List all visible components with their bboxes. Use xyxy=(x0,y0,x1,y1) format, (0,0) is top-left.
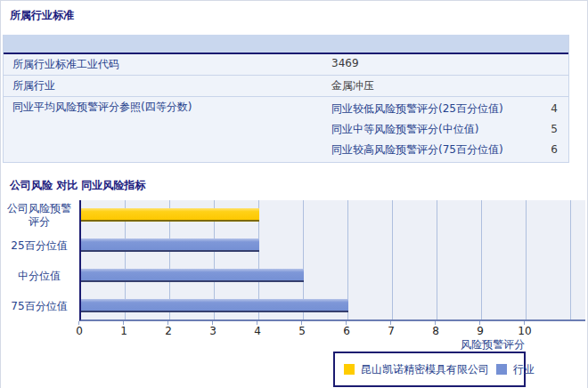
peer-median-line: 同业中等风险预警评分(中位值) 5 xyxy=(331,119,568,140)
tick-mark xyxy=(524,321,525,325)
peer-high-line: 同业较高风险预警评分(75百分位值) 6 xyxy=(331,140,568,160)
x-tick-label: 9 xyxy=(462,325,498,337)
x-tick-label: 3 xyxy=(195,325,231,337)
x-tick-label: 1 xyxy=(106,325,142,337)
peer-reference-label: 同业平均风险预警评分参照(四等分数) xyxy=(4,97,331,117)
industry-name-value: 金属冲压 xyxy=(331,76,568,96)
table-row-peer-reference: 同业平均风险预警评分参照(四等分数) 同业较低风险预警评分(25百分位值) 4 … xyxy=(4,97,568,162)
risk-comparison-bar-chart: 公司风险预警评分25百分位值中分位值75百分位值 012345678910 风险… xyxy=(1,195,588,355)
peer-median-label: 同业中等风险预警评分(中位值) xyxy=(331,119,533,140)
x-tick-label: 7 xyxy=(373,325,409,337)
industry-series-swatch-icon xyxy=(496,364,507,375)
gridline xyxy=(392,200,393,319)
industry-code-value: 3469 xyxy=(331,54,568,75)
peer-low-value: 4 xyxy=(533,99,568,119)
tick-mark xyxy=(435,321,436,325)
x-tick-label: 6 xyxy=(329,325,364,337)
x-tick-label: 10 xyxy=(507,325,543,337)
category-label: 25百分位值 xyxy=(3,230,76,261)
table-row: 所属行业 金属冲压 xyxy=(4,76,568,97)
tick-mark xyxy=(390,321,391,325)
tick-mark xyxy=(301,321,302,325)
gridline xyxy=(570,200,571,319)
tick-mark xyxy=(346,321,347,325)
bar-company xyxy=(81,208,259,222)
chart-legend: 昆山凯诺精密模具有限公司 行业 xyxy=(333,352,526,387)
bar-industry xyxy=(81,299,348,312)
peer-reference-values: 同业较低风险预警评分(25百分位值) 4 同业中等风险预警评分(中位值) 5 同… xyxy=(331,97,568,162)
tick-mark xyxy=(479,321,480,325)
company-series-swatch-icon xyxy=(344,364,355,375)
gridline xyxy=(437,200,437,319)
industry-standard-table: 所属行业标准工业代码 3469 所属行业 金属冲压 同业平均风险预警评分参照(四… xyxy=(3,35,569,163)
gridline xyxy=(526,200,527,319)
industry-series-legend-label: 行业 xyxy=(507,362,542,377)
x-tick-label: 5 xyxy=(284,325,320,337)
tick-mark xyxy=(167,321,168,325)
company-series-legend-label: 昆山凯诺精密模具有限公司 xyxy=(355,362,496,377)
peer-high-label: 同业较高风险预警评分(75百分位值) xyxy=(331,140,533,160)
bar-industry xyxy=(81,238,259,252)
x-tick-label: 2 xyxy=(151,325,186,337)
tick-mark xyxy=(257,321,257,325)
chart-x-axis-label: 风险预警评分 xyxy=(461,337,525,352)
peer-low-label: 同业较低风险预警评分(25百分位值) xyxy=(331,99,533,119)
gridline xyxy=(481,200,482,319)
chart-category-labels: 公司风险预警评分25百分位值中分位值75百分位值 xyxy=(3,200,76,321)
category-label: 中分位值 xyxy=(3,261,76,291)
chart-x-axis-ticks: 012345678910 xyxy=(79,325,585,337)
x-tick-label: 4 xyxy=(240,325,275,337)
chart-plot-area xyxy=(79,200,585,321)
tick-mark xyxy=(123,321,124,325)
x-tick-label: 8 xyxy=(418,325,453,337)
table-row: 所属行业标准工业代码 3469 xyxy=(4,54,568,76)
report-page: 所属行业标准 所属行业标准工业代码 3469 所属行业 金属冲压 同业平均风险预… xyxy=(0,0,588,388)
tick-mark xyxy=(78,321,79,325)
category-label: 75百分位值 xyxy=(3,291,76,321)
industry-code-label: 所属行业标准工业代码 xyxy=(4,54,331,75)
bar-industry xyxy=(81,269,304,282)
industry-standard-section-title: 所属行业标准 xyxy=(10,8,74,23)
peer-high-value: 6 xyxy=(533,140,568,160)
category-label: 公司风险预警评分 xyxy=(3,200,76,230)
table-header-band xyxy=(4,35,568,54)
tick-mark xyxy=(212,321,213,325)
peer-median-value: 5 xyxy=(533,119,568,140)
industry-name-label: 所属行业 xyxy=(4,76,331,96)
risk-comparison-section-title: 公司风险 对比 同业风险指标 xyxy=(10,178,145,193)
peer-low-line: 同业较低风险预警评分(25百分位值) 4 xyxy=(331,99,568,119)
x-tick-label: 0 xyxy=(61,325,97,337)
